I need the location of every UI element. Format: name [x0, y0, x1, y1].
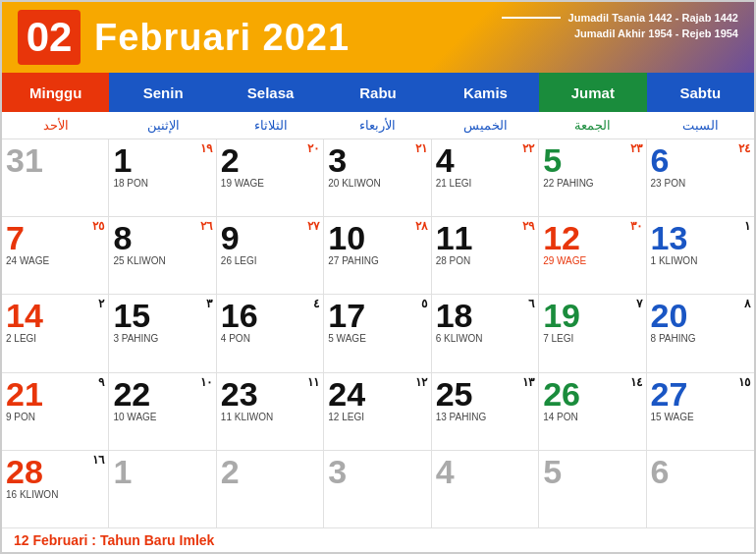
pasaran-label: 26 LEGI	[221, 255, 319, 267]
cal-cell-w2-d1: 15٣3 PAHING	[109, 295, 216, 372]
cal-cell-w4-d0: 28١٦16 KLIWON	[2, 451, 109, 528]
cal-cell-w4-d2: 2	[217, 451, 324, 528]
calendar-footer: 12 Februari : Tahun Baru Imlek	[2, 528, 754, 552]
calendar-header: 02 Februari 2021 Jumadil Tsania 1442 - R…	[2, 2, 754, 73]
calendar: 02 Februari 2021 Jumadil Tsania 1442 - R…	[0, 0, 756, 554]
month-title: Februari 2021	[94, 17, 350, 59]
day-number: 13	[651, 221, 750, 254]
cal-cell-w2-d5: 19٧7 LEGI	[539, 295, 646, 372]
day-number: 1	[113, 455, 211, 488]
arabic-cell-4: الخميس	[432, 112, 539, 138]
day-number: 25	[436, 377, 534, 411]
day-header-jumat: Jumat	[539, 73, 646, 112]
arabic-day-number: ٢١	[415, 141, 427, 155]
cal-cell-w1-d3: 10٢٨27 PAHING	[324, 217, 431, 295]
pasaran-label: 29 WAGE	[543, 255, 641, 267]
day-number: 1	[113, 143, 211, 177]
arabic-day-number: ٢٨	[415, 219, 427, 233]
pasaran-label: 23 PON	[651, 178, 750, 190]
pasaran-label: 14 PON	[543, 412, 641, 423]
cal-cell-w2-d3: 17٥5 WAGE	[324, 295, 431, 372]
day-number: 20	[651, 299, 750, 332]
day-number: 31	[6, 143, 104, 177]
cal-cell-w3-d6: 27١٥15 WAGE	[647, 373, 754, 451]
month-number: 02	[18, 10, 81, 65]
pasaran-label: 21 LEGI	[436, 178, 534, 190]
pasaran-label: 25 KLIWON	[113, 255, 211, 267]
arabic-day-number: ٢٧	[307, 219, 319, 233]
day-number: 2	[221, 455, 319, 488]
arabic-cell-1: الإثنين	[109, 112, 216, 138]
arabic-day-number: ٢٤	[738, 141, 750, 155]
day-number: 15	[113, 299, 211, 332]
pasaran-label: 20 KLIWON	[328, 178, 426, 190]
day-number: 6	[651, 455, 750, 488]
day-number: 14	[6, 299, 104, 332]
cal-cell-w3-d1: 22١٠10 WAGE	[109, 373, 216, 451]
arabic-row: الأحد الإثنين الثلاثاء الأربعاء الخميس ا…	[2, 112, 754, 139]
cal-cell-w4-d5: 5	[539, 451, 646, 528]
arabic-cell-3: الأربعاء	[324, 112, 431, 138]
cal-cell-w0-d1: 1١٩18 PON	[109, 139, 216, 217]
day-number: 17	[328, 299, 426, 332]
arabic-day-number: ٢٣	[630, 141, 642, 155]
cal-cell-w0-d0: 31	[2, 139, 109, 217]
arabic-day-number: ١١	[307, 375, 319, 389]
cal-cell-w3-d3: 24١٢12 LEGI	[324, 373, 431, 451]
cal-cell-w4-d1: 1	[109, 451, 216, 528]
arabic-day-number: ١٠	[200, 375, 212, 389]
arabic-day-number: ١	[744, 219, 750, 233]
day-number: 11	[436, 221, 534, 254]
arabic-day-number: ٨	[744, 297, 750, 310]
arabic-cell-5: الجمعة	[539, 112, 646, 138]
pasaran-label: 13 PAHING	[436, 412, 534, 423]
day-number: 23	[221, 377, 319, 411]
pasaran-label: 6 KLIWON	[436, 333, 534, 345]
day-number: 27	[651, 377, 750, 411]
day-header-kamis: Kamis	[432, 73, 539, 112]
cal-cell-w1-d2: 9٢٧26 LEGI	[217, 217, 324, 295]
pasaran-label: 28 PON	[436, 255, 534, 267]
day-number: 19	[543, 299, 641, 332]
pasaran-label: 9 PON	[6, 412, 104, 423]
day-number: 4	[436, 143, 534, 177]
pasaran-label: 19 WAGE	[221, 178, 319, 190]
arabic-day-number: ١٢	[415, 375, 427, 389]
arabic-day-number: ١٣	[522, 375, 534, 389]
day-number: 4	[436, 455, 534, 488]
cal-cell-w1-d4: 11٢٩28 PON	[432, 217, 539, 295]
arabic-day-number: ٢٦	[200, 219, 212, 233]
cal-cell-w1-d5: 12٣٠29 WAGE	[539, 217, 646, 295]
day-number: 2	[221, 143, 319, 177]
hijri-separator-1	[502, 17, 561, 19]
cal-cell-w1-d0: 7٢٥24 WAGE	[2, 217, 109, 295]
cal-cell-w4-d3: 3	[324, 451, 431, 528]
cal-cell-w4-d6: 6	[647, 451, 754, 528]
cal-cell-w0-d6: 6٢٤23 PON	[647, 139, 754, 217]
cal-cell-w4-d4: 4	[432, 451, 539, 528]
day-number: 5	[543, 143, 641, 177]
pasaran-label: 8 PAHING	[651, 333, 750, 345]
cal-cell-w2-d0: 14٢2 LEGI	[2, 295, 109, 372]
day-number: 10	[328, 221, 426, 254]
arabic-day-number: ٢٠	[307, 141, 319, 155]
arabic-day-number: ٢٥	[92, 219, 104, 233]
cal-cell-w0-d4: 4٢٢21 LEGI	[432, 139, 539, 217]
pasaran-label: 5 WAGE	[328, 333, 426, 345]
cal-cell-w0-d3: 3٢١20 KLIWON	[324, 139, 431, 217]
day-number: 21	[6, 377, 104, 411]
pasaran-label: 2 LEGI	[6, 333, 104, 345]
day-number: 7	[6, 221, 104, 254]
arabic-day-number: ٧	[636, 297, 642, 310]
cal-cell-w0-d5: 5٢٣22 PAHING	[539, 139, 646, 217]
hijri-text-1: Jumadil Tsania 1442 - Rajab 1442	[568, 12, 738, 24]
day-number: 6	[651, 143, 750, 177]
day-number: 16	[221, 299, 319, 332]
pasaran-label: 7 LEGI	[543, 333, 641, 345]
arabic-day-number: ٦	[528, 297, 534, 310]
pasaran-label: 18 PON	[113, 178, 211, 190]
hijri-text-2: Jumadil Akhir 1954 - Rejeb 1954	[574, 28, 738, 39]
arabic-day-number: ٤	[313, 297, 319, 310]
cal-cell-w2-d2: 16٤4 PON	[217, 295, 324, 372]
day-number: 22	[113, 377, 211, 411]
